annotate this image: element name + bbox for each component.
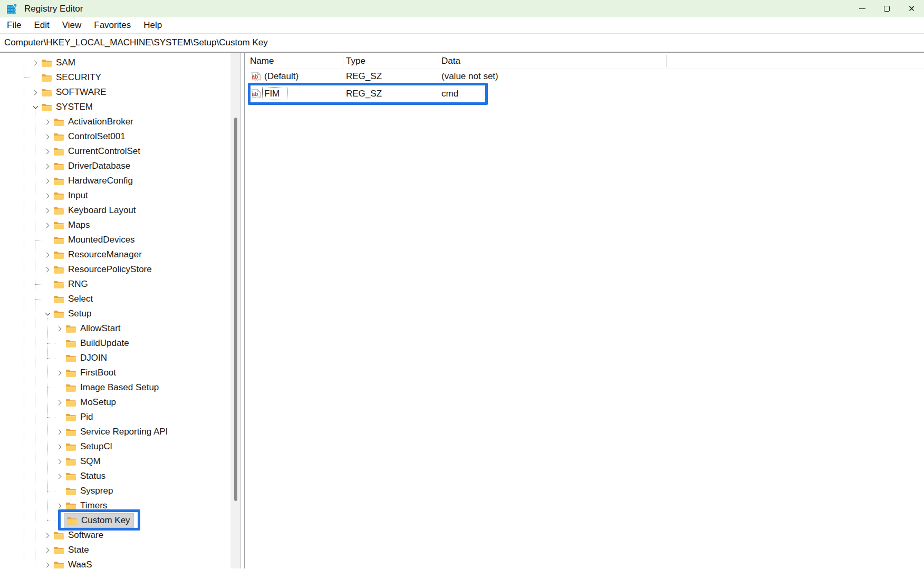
value-row-default[interactable]: ab(Default)REG_SZ(value not set) bbox=[245, 69, 924, 84]
chevron-right-icon[interactable] bbox=[43, 161, 52, 171]
tree-item-buildupdate[interactable]: BuildUpdate bbox=[0, 336, 230, 351]
chevron-right-icon[interactable] bbox=[43, 220, 52, 230]
tree-item-system[interactable]: SYSTEM bbox=[0, 100, 230, 114]
tree-item-djoin[interactable]: DJOIN bbox=[0, 351, 230, 365]
window-controls: ✕ bbox=[850, 0, 924, 17]
tree-item-image-based-setup[interactable]: Image Based Setup bbox=[0, 380, 230, 395]
folder-icon bbox=[65, 457, 76, 466]
menu-bar: FileEditViewFavoritesHelp bbox=[0, 17, 924, 34]
chevron-right-icon[interactable] bbox=[43, 132, 52, 141]
tree-item-label: MoSetup bbox=[80, 397, 116, 408]
chevron-right-icon[interactable] bbox=[43, 265, 52, 274]
chevron-right-icon[interactable] bbox=[55, 324, 64, 333]
selected-key-highlight[interactable]: Custom Key bbox=[64, 514, 133, 527]
tree-item-waas[interactable]: WaaS bbox=[0, 557, 230, 568]
chevron-right-icon[interactable] bbox=[55, 501, 64, 510]
tree-item-setup[interactable]: Setup bbox=[0, 306, 230, 321]
chevron-down-icon[interactable] bbox=[43, 309, 52, 319]
chevron-right-icon[interactable] bbox=[31, 88, 40, 97]
tree-item-label: BuildUpdate bbox=[80, 338, 129, 349]
menu-view[interactable]: View bbox=[56, 20, 88, 31]
tree-item-custom-key[interactable]: Custom Key bbox=[0, 513, 230, 528]
tree-item-select[interactable]: Select bbox=[0, 292, 230, 306]
tree-line-stub bbox=[55, 383, 64, 392]
column-separator[interactable] bbox=[666, 55, 667, 67]
tree-item-sqm[interactable]: SQM bbox=[0, 454, 230, 469]
tree-item-security[interactable]: SECURITY bbox=[0, 70, 230, 85]
tree-item-allowstart[interactable]: AllowStart bbox=[0, 321, 230, 336]
tree-item-driverdatabase[interactable]: DriverDatabase bbox=[0, 159, 230, 173]
menu-edit[interactable]: Edit bbox=[27, 20, 55, 31]
values-panel: Name Type Data ab(Default)REG_SZ(value n… bbox=[245, 53, 924, 568]
tree-item-label: Status bbox=[80, 471, 105, 481]
chevron-down-icon[interactable] bbox=[31, 102, 40, 112]
tree-item-hardwareconfig[interactable]: HardwareConfig bbox=[0, 173, 230, 188]
address-bar[interactable]: Computer\HKEY_LOCAL_MACHINE\SYSTEM\Setup… bbox=[0, 34, 924, 53]
chevron-right-icon[interactable] bbox=[43, 531, 52, 540]
menu-help[interactable]: Help bbox=[137, 20, 168, 31]
folder-icon bbox=[65, 339, 76, 348]
tree-item-pid[interactable]: Pid bbox=[0, 410, 230, 425]
tree-item-currentcontrolset[interactable]: CurrentControlSet bbox=[0, 144, 230, 159]
menu-file[interactable]: File bbox=[1, 20, 27, 31]
value-name: FIM bbox=[262, 88, 287, 100]
minimize-button[interactable] bbox=[850, 0, 874, 17]
tree-item-rng[interactable]: RNG bbox=[0, 277, 230, 292]
chevron-right-icon[interactable] bbox=[55, 471, 64, 481]
tree-item-mosetup[interactable]: MoSetup bbox=[0, 395, 230, 410]
tree-item-label: Timers bbox=[80, 500, 107, 511]
tree-item-keyboard-layout[interactable]: Keyboard Layout bbox=[0, 203, 230, 218]
chevron-right-icon[interactable] bbox=[43, 560, 52, 568]
tree-scrollbar[interactable] bbox=[230, 53, 240, 568]
tree-item-resourcepolicystore[interactable]: ResourcePolicyStore bbox=[0, 262, 230, 277]
tree-item-mounteddevices[interactable]: MountedDevices bbox=[0, 233, 230, 247]
chevron-right-icon[interactable] bbox=[55, 457, 64, 466]
panel-splitter[interactable] bbox=[240, 53, 245, 568]
scrollbar-thumb[interactable] bbox=[234, 118, 237, 501]
tree-item-timers[interactable]: Timers bbox=[0, 498, 230, 513]
menu-favorites[interactable]: Favorites bbox=[88, 20, 137, 31]
tree-item-controlset001[interactable]: ControlSet001 bbox=[0, 129, 230, 144]
value-row-fim[interactable]: abFIMREG_SZcmd bbox=[245, 84, 924, 104]
tree-item-label: AllowStart bbox=[80, 323, 121, 334]
value-data: (value not set) bbox=[441, 71, 498, 82]
chevron-right-icon[interactable] bbox=[31, 58, 40, 67]
chevron-right-icon[interactable] bbox=[43, 250, 52, 259]
tree-item-input[interactable]: Input bbox=[0, 188, 230, 203]
chevron-right-icon[interactable] bbox=[43, 206, 52, 215]
tree-item-label: CurrentControlSet bbox=[68, 146, 140, 157]
chevron-right-icon[interactable] bbox=[43, 176, 52, 186]
tree-item-status[interactable]: Status bbox=[0, 469, 230, 484]
column-separator[interactable] bbox=[343, 55, 343, 67]
tree-item-service-reporting-api[interactable]: Service Reporting API bbox=[0, 425, 230, 439]
tree-item-sam[interactable]: SAM bbox=[0, 55, 230, 70]
folder-icon bbox=[65, 398, 76, 407]
chevron-right-icon[interactable] bbox=[43, 545, 52, 555]
close-button[interactable]: ✕ bbox=[899, 0, 924, 17]
chevron-right-icon[interactable] bbox=[55, 442, 64, 451]
minimize-icon bbox=[859, 8, 865, 9]
chevron-right-icon[interactable] bbox=[43, 147, 52, 156]
tree-item-state[interactable]: State bbox=[0, 543, 230, 557]
tree-item-setupcl[interactable]: SetupCl bbox=[0, 439, 230, 454]
column-header-name[interactable]: Name bbox=[250, 53, 274, 69]
tree-rows: SAMSECURITYSOFTWARESYSTEMActivationBroke… bbox=[0, 53, 230, 568]
tree-line-stub bbox=[43, 294, 52, 304]
chevron-right-icon[interactable] bbox=[55, 368, 64, 378]
chevron-right-icon[interactable] bbox=[43, 191, 52, 200]
tree-item-software[interactable]: SOFTWARE bbox=[0, 85, 230, 100]
tree-item-maps[interactable]: Maps bbox=[0, 218, 230, 233]
chevron-right-icon[interactable] bbox=[43, 117, 52, 127]
maximize-button[interactable] bbox=[874, 0, 899, 17]
column-separator[interactable] bbox=[438, 55, 438, 67]
tree-item-label: DJOIN bbox=[80, 353, 107, 363]
tree-item-sysprep[interactable]: Sysprep bbox=[0, 484, 230, 498]
chevron-right-icon[interactable] bbox=[55, 398, 64, 407]
tree-item-activationbroker[interactable]: ActivationBroker bbox=[0, 114, 230, 129]
chevron-right-icon[interactable] bbox=[55, 427, 64, 437]
column-header-data[interactable]: Data bbox=[441, 53, 460, 69]
tree-item-software[interactable]: Software bbox=[0, 528, 230, 543]
column-header-type[interactable]: Type bbox=[346, 53, 365, 69]
tree-item-resourcemanager[interactable]: ResourceManager bbox=[0, 247, 230, 262]
tree-item-firstboot[interactable]: FirstBoot bbox=[0, 365, 230, 380]
